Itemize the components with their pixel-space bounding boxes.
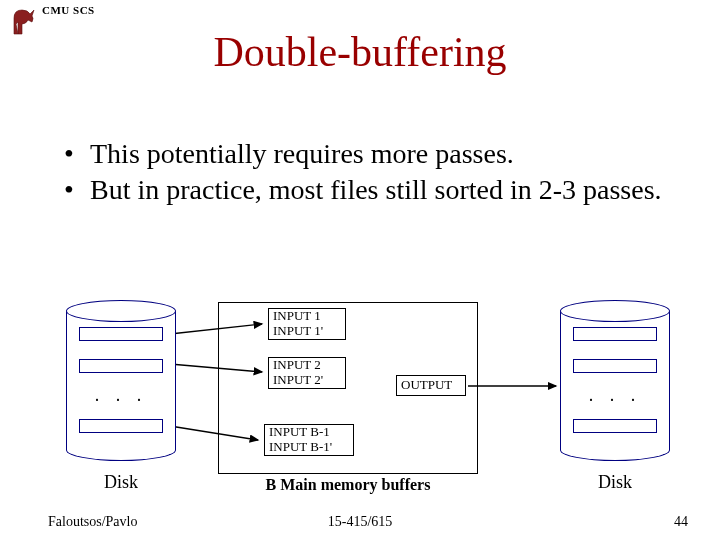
bullet-list: • This potentially requires more passes.…	[64, 136, 670, 209]
left-disk-cylinder: . . .	[66, 300, 176, 322]
memory-caption: B Main memory buffers	[218, 476, 478, 494]
bullet-dot-icon: •	[64, 172, 90, 208]
ellipsis: . . .	[561, 385, 669, 406]
footer-course: 15-415/615	[0, 514, 720, 530]
bullet-item: • This potentially requires more passes.	[64, 136, 670, 172]
bullet-text: But in practice, most files still sorted…	[90, 172, 662, 208]
buffer-output: OUTPUT	[396, 375, 466, 396]
left-disk-label: Disk	[66, 472, 176, 493]
slide-title: Double-buffering	[0, 28, 720, 76]
bullet-text: This potentially requires more passes.	[90, 136, 514, 172]
bullet-dot-icon: •	[64, 136, 90, 172]
buffer-input1: INPUT 1 INPUT 1'	[268, 308, 346, 340]
header-org: CMU SCS	[42, 4, 95, 16]
right-disk-cylinder: . . .	[560, 300, 670, 322]
buffer-inputB: INPUT B-1 INPUT B-1'	[264, 424, 354, 456]
bullet-item: • But in practice, most files still sort…	[64, 172, 670, 208]
right-disk-label: Disk	[560, 472, 670, 493]
footer-page-number: 44	[674, 514, 688, 530]
diagram: . . . Disk INPUT 1 INPUT 1' INPUT 2 INPU…	[0, 300, 720, 510]
ellipsis: . . .	[67, 385, 175, 406]
buffer-input2: INPUT 2 INPUT 2'	[268, 357, 346, 389]
